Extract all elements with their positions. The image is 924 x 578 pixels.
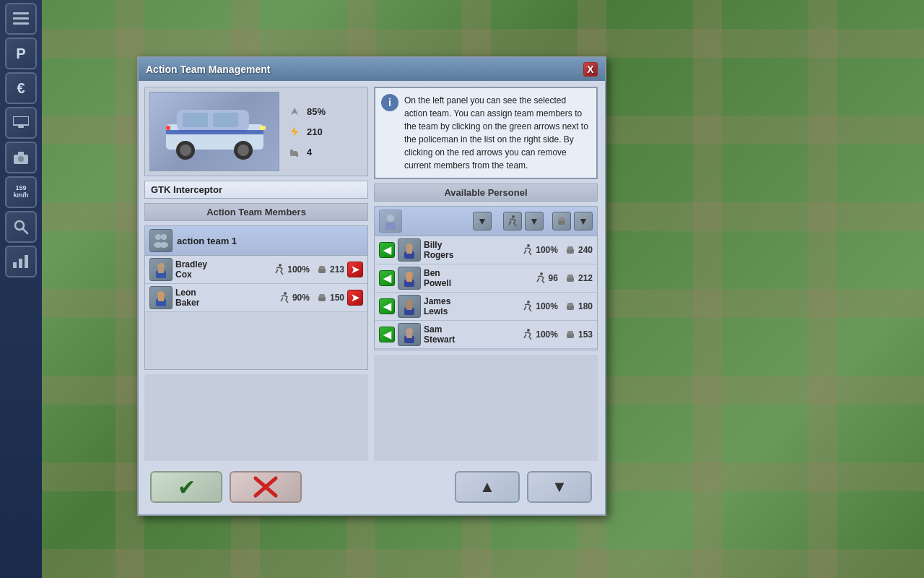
move-up-button[interactable]: ▲: [455, 471, 520, 503]
remove-bradley-button[interactable]: ➤: [347, 262, 363, 277]
svg-rect-11: [19, 259, 22, 268]
ok-button[interactable]: ✔: [150, 471, 222, 503]
sidebar-btn-search[interactable]: [5, 211, 37, 243]
action-team-dialog: Action Team Management X: [137, 56, 606, 516]
fist-icon-ben: [564, 272, 577, 285]
sidebar-btn-camera[interactable]: [5, 142, 37, 173]
sidebar-btn-speed[interactable]: 159km/h: [5, 176, 37, 208]
svg-rect-1: [13, 17, 29, 20]
fist-icon: [315, 263, 328, 276]
sidebar-btn-parking[interactable]: P: [5, 38, 37, 69]
avail-avatar-james: [398, 295, 421, 318]
avail-row-ben: ◀ Ben Powell 96: [375, 264, 597, 293]
stat-seats-row: 4: [287, 144, 326, 160]
svg-rect-15: [183, 113, 208, 127]
svg-rect-7: [18, 152, 24, 155]
available-sort-row: ▼ ▼ ▼: [375, 207, 597, 236]
svg-point-31: [160, 242, 168, 248]
avail-speed-sam: 100%: [521, 328, 558, 341]
run-icon: [273, 263, 286, 276]
svg-rect-2: [13, 22, 29, 25]
svg-rect-27: [296, 152, 298, 157]
avail-speed-james: 100%: [521, 300, 558, 313]
avail-name-james: James Lewis: [424, 296, 518, 316]
sidebar-btn-stats[interactable]: [5, 246, 37, 277]
cancel-button[interactable]: [230, 471, 302, 503]
svg-point-29: [161, 234, 167, 240]
remove-leon-button[interactable]: ➤: [347, 290, 363, 306]
svg-point-19: [180, 144, 191, 156]
svg-rect-47: [385, 223, 396, 230]
svg-point-32: [157, 263, 165, 270]
sort-run-down-btn[interactable]: ▼: [525, 212, 544, 230]
sidebar-btn-display[interactable]: [5, 107, 37, 139]
avail-power-ben: 212: [564, 272, 593, 285]
run-icon-billy: [521, 243, 534, 256]
left-empty-area: [144, 374, 368, 461]
svg-rect-0: [13, 12, 29, 14]
svg-rect-50: [559, 217, 565, 221]
member-row-bradley-cox: Bradley Cox 100% 213: [145, 256, 367, 284]
svg-rect-53: [406, 250, 412, 254]
svg-point-46: [387, 215, 394, 222]
add-james-button[interactable]: ◀: [379, 298, 395, 314]
svg-rect-56: [567, 246, 573, 250]
vehicle-area: 85% 210 4: [144, 87, 368, 176]
svg-point-54: [527, 244, 530, 247]
svg-point-66: [527, 301, 530, 303]
available-header: Available Personel: [374, 184, 598, 202]
avail-row-james: ◀ James Lewis 100%: [375, 293, 597, 321]
svg-rect-68: [567, 303, 573, 306]
team-list: action team 1 Bradley Cox 1: [144, 225, 368, 370]
svg-rect-10: [13, 262, 17, 268]
member-avatar-bradley: [149, 258, 173, 281]
svg-point-69: [406, 328, 413, 335]
svg-rect-40: [158, 298, 164, 301]
sort-run-icon: [503, 212, 522, 230]
close-button[interactable]: X: [583, 62, 598, 77]
dialog-content: 85% 210 4: [139, 81, 605, 514]
stat-power-value: 210: [307, 126, 323, 137]
team-members-header: Action Team Members: [144, 203, 368, 221]
svg-point-6: [18, 156, 24, 162]
svg-point-72: [527, 329, 530, 332]
member-power-leon: 150: [315, 291, 344, 304]
vehicle-stats: 85% 210 4: [284, 92, 328, 171]
move-down-button[interactable]: ▼: [527, 471, 592, 503]
avail-power-sam: 153: [564, 328, 593, 341]
avail-avatar-billy: [398, 238, 421, 262]
stat-speed-row: 85%: [287, 103, 326, 119]
avail-speed-billy: 100%: [521, 243, 558, 256]
svg-rect-37: [319, 266, 325, 269]
sidebar-btn-finances[interactable]: €: [5, 72, 37, 104]
left-bottom-buttons: ✔: [144, 465, 368, 509]
avail-row-billy: ◀ Billy Rogers 100%: [375, 236, 597, 264]
sort-fist-down-btn[interactable]: ▼: [574, 212, 593, 230]
svg-point-21: [237, 144, 249, 156]
run-icon-leon: [278, 291, 291, 304]
svg-point-60: [540, 272, 543, 275]
add-billy-button[interactable]: ◀: [379, 242, 395, 258]
right-empty-area: [374, 355, 598, 461]
sidebar-btn-menu[interactable]: [5, 3, 37, 35]
svg-rect-4: [18, 126, 24, 128]
sort-down-btn[interactable]: ▼: [473, 212, 492, 230]
svg-point-51: [406, 243, 413, 251]
right-bottom-buttons: ▲ ▼: [374, 465, 598, 509]
add-ben-button[interactable]: ◀: [379, 270, 395, 286]
member-avatar-leon: [149, 286, 173, 309]
run-icon-sam: [521, 328, 534, 341]
add-sam-button[interactable]: ◀: [379, 327, 395, 342]
speed-icon: [287, 103, 302, 119]
member-speed-bradley: 100%: [273, 263, 310, 276]
team-group-icon: [149, 229, 173, 252]
svg-rect-43: [319, 294, 325, 298]
fist-icon-leon: [315, 291, 328, 304]
svg-rect-17: [166, 130, 263, 134]
svg-rect-3: [13, 116, 29, 125]
available-list: ▼ ▼ ▼ ◀: [374, 206, 598, 350]
svg-rect-71: [406, 335, 412, 338]
svg-rect-26: [290, 150, 293, 152]
svg-rect-59: [406, 278, 412, 282]
member-speed-leon: 90%: [278, 291, 310, 304]
